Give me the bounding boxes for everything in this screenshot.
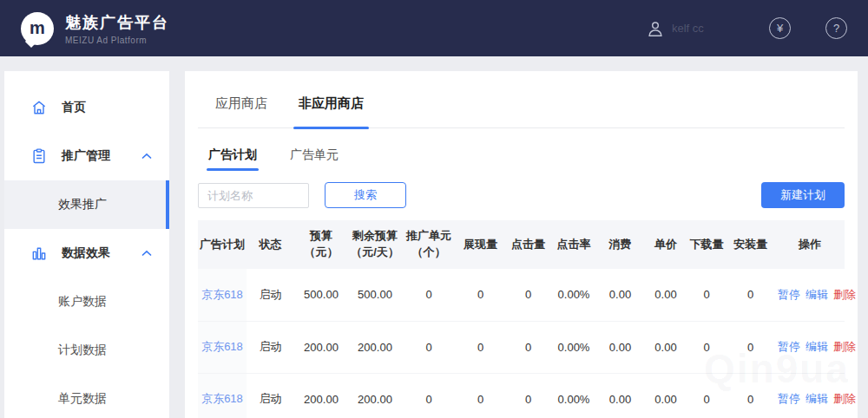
user-account-button[interactable]: kelf cc [646,19,729,38]
units-cell: 0 [402,373,456,418]
tab-non-app-store[interactable]: 非应用商店 [299,95,364,127]
question-icon: ? [833,22,839,35]
installs-cell: 0 [726,269,775,321]
plan-name-link[interactable]: 京东618 [198,269,247,321]
edit-link[interactable]: 编辑 [806,392,828,405]
sidebar-item-label: 账户数据 [58,294,107,310]
delete-link[interactable]: 删除 [833,340,856,353]
sidebar-item-label: 计划数据 [58,343,107,358]
balance-yen-button[interactable]: ¥ [769,17,791,39]
pause-link[interactable]: 暂停 [778,340,800,353]
cost-cell: 0.00 [596,373,644,418]
col-actions: 操作 [775,220,845,269]
col-impressions: 展现量 [456,220,505,269]
create-plan-button[interactable]: 新建计划 [761,182,845,208]
edit-link[interactable]: 编辑 [806,288,828,301]
sidebar-item-unit-data[interactable]: 单元数据 [4,375,169,418]
col-ctr: 点击率 [551,220,596,269]
edit-link[interactable]: 编辑 [806,340,828,353]
installs-cell: 0 [726,321,775,373]
status-cell: 启动 [247,373,294,418]
impressions-cell: 0 [456,321,505,373]
clicks-cell: 0 [505,373,551,418]
col-promo-units: 推广单元（个） [402,220,456,269]
plan-name-link[interactable]: 京东618 [198,373,247,418]
sub-tabs: 广告计划 广告单元 [198,147,845,171]
top-header-bar: m 魅族广告平台 MEIZU Ad Platform kelf cc ¥ ? [0,0,868,56]
pause-link[interactable]: 暂停 [778,392,800,405]
price-cell: 0.00 [644,373,687,418]
subtab-ad-unit[interactable]: 广告单元 [290,147,339,171]
remaining-cell: 200.00 [348,321,402,373]
tab-app-store[interactable]: 应用商店 [215,95,267,127]
budget-cell: 500.00 [294,269,348,321]
col-clicks: 点击量 [505,220,551,269]
brand-text: 魅族广告平台 MEIZU Ad Platform [65,12,169,45]
main-content-card: 应用商店 非应用商店 广告计划 广告单元 搜索 新建计划 广告计划 状态 预算（… [185,71,858,418]
sidebar-item-home[interactable]: 首页 [4,83,169,132]
plan-name-link[interactable]: 京东618 [198,321,247,373]
sidebar-item-label: 推广管理 [62,148,110,164]
col-remaining-budget: 剩余预算（元/天） [348,220,402,269]
table-row: 京东618 启动 200.00 200.00 0 0 0 0.00% 0.00 … [198,373,845,418]
col-ad-plan: 广告计划 [198,220,247,269]
price-cell: 0.00 [644,321,687,373]
sidebar-item-label: 数据效果 [62,245,110,261]
plan-name-input[interactable] [198,183,309,208]
pause-link[interactable]: 暂停 [778,288,800,301]
budget-cell: 200.00 [294,373,348,418]
platform-title: 魅族广告平台 [65,12,169,33]
user-icon [646,19,665,38]
col-installs: 安装量 [726,220,775,269]
status-cell: 启动 [247,269,294,321]
ad-plan-table: 广告计划 状态 预算（元） 剩余预算（元/天） 推广单元（个） 展现量 点击量 … [198,220,845,418]
col-downloads: 下载量 [687,220,726,269]
sidebar-item-account-data[interactable]: 账户数据 [4,278,169,326]
budget-cell: 200.00 [294,321,348,373]
units-cell: 0 [402,321,456,373]
sidebar-item-promotion-management[interactable]: 推广管理 [4,132,169,180]
col-budget: 预算（元） [294,220,348,269]
clicks-cell: 0 [505,321,551,373]
table-row: 京东618 启动 200.00 200.00 0 0 0 0.00% 0.00 … [198,321,845,373]
sidebar: 首页 推广管理 效果推广 数据效果 [4,71,169,418]
chevron-up-icon [141,250,152,257]
actions-cell: 暂停编辑删除 [775,373,845,418]
sidebar-item-label: 效果推广 [58,197,107,212]
actions-cell: 暂停编辑删除 [775,269,845,321]
impressions-cell: 0 [456,269,505,321]
status-cell: 启动 [247,321,294,373]
store-tabs: 应用商店 非应用商店 [198,71,845,128]
price-cell: 0.00 [644,269,687,321]
platform-subtitle: MEIZU Ad Platform [65,36,169,45]
topbar-actions: kelf cc ¥ ? [646,17,847,39]
cost-cell: 0.00 [596,269,644,321]
username-label: kelf cc [672,22,729,35]
sidebar-item-plan-data[interactable]: 计划数据 [4,326,169,375]
downloads-cell: 0 [687,373,726,418]
impressions-cell: 0 [456,373,505,418]
sidebar-item-label: 首页 [62,100,86,115]
home-icon [30,99,48,116]
help-button[interactable]: ? [825,17,847,39]
clicks-cell: 0 [505,269,551,321]
meizu-logo-letter: m [21,12,54,45]
meizu-logo: m [21,12,54,45]
downloads-cell: 0 [687,269,726,321]
search-button[interactable]: 搜索 [325,182,406,208]
col-cost: 消费 [596,220,644,269]
sidebar-item-effect-promotion[interactable]: 效果推广 [4,180,169,229]
installs-cell: 0 [726,373,775,418]
table-row: 京东618 启动 500.00 500.00 0 0 0 0.00% 0.00 … [198,269,845,321]
bar-chart-icon [30,245,48,262]
downloads-cell: 0 [687,321,726,373]
col-price: 单价 [644,220,687,269]
table-header: 广告计划 状态 预算（元） 剩余预算（元/天） 推广单元（个） 展现量 点击量 … [198,220,845,269]
sidebar-item-data-effects[interactable]: 数据效果 [4,229,169,278]
subtab-ad-plan[interactable]: 广告计划 [208,147,257,171]
delete-link[interactable]: 删除 [833,288,856,301]
clipboard-icon [30,147,48,165]
actions-cell: 暂停编辑删除 [775,321,845,373]
delete-link[interactable]: 删除 [833,392,856,405]
ctr-cell: 0.00% [551,373,596,418]
